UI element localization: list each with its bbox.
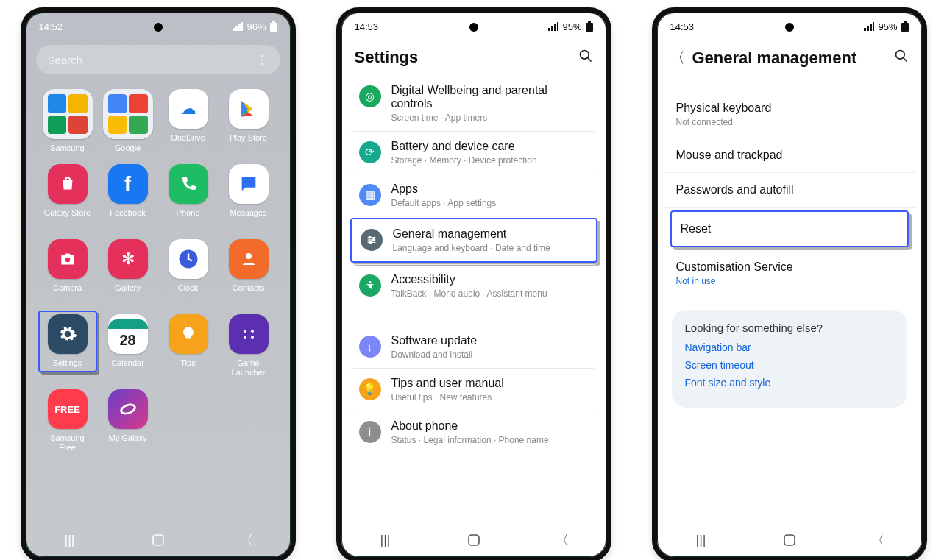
svg-point-4 [246, 253, 252, 259]
nav-recents[interactable]: ||| [377, 533, 394, 548]
app-gallery[interactable]: ✻ Gallery [102, 239, 154, 293]
search-icon[interactable] [578, 49, 593, 67]
svg-rect-22 [469, 535, 479, 545]
app-messages[interactable]: Messages [223, 164, 274, 218]
status-time: 14:53 [355, 21, 379, 32]
item-accessibility[interactable]: Accessibility TalkBack · Mono audio · As… [350, 264, 597, 307]
update-icon: ↓ [359, 336, 381, 358]
item-reset[interactable]: Reset [670, 210, 909, 247]
back-icon[interactable]: 〈 [670, 48, 685, 68]
svg-point-5 [244, 330, 246, 333]
item-tips-manual[interactable]: 💡 Tips and user manual Useful tips · New… [350, 368, 597, 411]
phone-icon [169, 164, 208, 204]
item-about-phone[interactable]: i About phone Status · Legal information… [350, 411, 597, 453]
nav-back[interactable]: 〈 [869, 531, 887, 549]
svg-point-25 [895, 51, 904, 60]
svg-rect-11 [588, 21, 591, 23]
svg-rect-12 [586, 23, 593, 32]
settings-list[interactable]: ◎ Digital Wellbeing and parental control… [341, 76, 606, 523]
battery-icon [901, 21, 909, 32]
messages-icon [229, 164, 269, 204]
camera-icon [48, 239, 88, 279]
svg-point-2 [65, 258, 70, 263]
item-passwords-autofill[interactable]: Passwords and autofill [663, 173, 916, 208]
link-screen-timeout[interactable]: Screen timeout [685, 359, 894, 371]
search-bar[interactable]: Search ⋮ [36, 45, 280, 74]
nav-bar: ||| 〈 [657, 523, 922, 557]
nav-recents[interactable]: ||| [692, 533, 710, 548]
item-mouse-trackpad[interactable]: Mouse and trackpad [663, 138, 916, 173]
svg-point-8 [251, 336, 254, 339]
app-contacts[interactable]: Contacts [223, 239, 274, 293]
status-time: 14:53 [670, 21, 695, 32]
more-icon[interactable]: ⋮ [256, 53, 269, 67]
item-customisation-service[interactable]: Customisation Service Not in use [663, 250, 916, 297]
item-physical-keyboard[interactable]: Physical keyboard Not connected [663, 91, 916, 138]
nav-home[interactable] [149, 534, 167, 546]
app-clock[interactable]: Clock [163, 239, 214, 293]
svg-rect-27 [784, 535, 795, 545]
app-my-galaxy[interactable]: My Galaxy [102, 389, 154, 443]
folder-icon [103, 89, 153, 139]
search-placeholder: Search [48, 54, 83, 66]
app-calendar[interactable]: 28 Calendar [102, 314, 154, 368]
link-font-size[interactable]: Font size and style [685, 377, 894, 389]
onedrive-icon: ☁ [169, 89, 208, 129]
game-icon [229, 314, 269, 354]
item-battery-care[interactable]: ⟳ Battery and device care Storage · Memo… [350, 131, 597, 174]
app-game-launcher[interactable]: Game Launcher [223, 314, 274, 377]
item-software-update[interactable]: ↓ Software update Download and install [350, 326, 597, 368]
general-icon [361, 229, 383, 251]
nav-home[interactable] [781, 534, 798, 546]
item-apps[interactable]: ▦ Apps Default apps · App settings [350, 174, 597, 216]
item-digital-wellbeing[interactable]: ◎ Digital Wellbeing and parental control… [350, 76, 597, 131]
phone-general-management: 14:53 95% 〈 General management Physical … [652, 7, 927, 560]
phone-home-screen: 14:52 96% Search ⋮ Samsung Google [21, 7, 296, 560]
contacts-icon [229, 239, 269, 279]
app-camera[interactable]: Camera [42, 239, 93, 293]
gallery-icon: ✻ [108, 239, 148, 279]
nav-recents[interactable]: ||| [61, 533, 79, 548]
app-settings[interactable]: Settings [38, 311, 97, 372]
status-right: 95% [864, 21, 908, 32]
signal-icon [864, 22, 874, 31]
nav-home[interactable] [465, 534, 483, 546]
svg-point-13 [580, 50, 589, 59]
status-battery: 95% [562, 21, 581, 32]
search-icon[interactable] [894, 49, 909, 67]
app-samsung-free[interactable]: FREE Samsung Free [42, 389, 93, 452]
nav-bar: ||| 〈 [26, 523, 291, 557]
nav-back[interactable]: 〈 [553, 531, 571, 549]
status-right: 96% [233, 21, 277, 32]
svg-point-19 [372, 239, 375, 241]
general-list[interactable]: Physical keyboard Not connected Mouse an… [657, 77, 922, 523]
app-phone[interactable]: Phone [163, 164, 214, 218]
care-icon: ⟳ [359, 141, 381, 163]
status-battery: 96% [246, 21, 266, 32]
svg-point-6 [251, 330, 254, 333]
page-header: Settings [341, 40, 606, 76]
nav-back[interactable]: 〈 [238, 531, 255, 549]
link-nav-bar[interactable]: Navigation bar [685, 341, 894, 353]
app-facebook[interactable]: f Facebook [102, 164, 154, 218]
about-icon: i [359, 421, 381, 443]
tips-icon [169, 314, 208, 354]
svg-point-20 [369, 241, 372, 244]
status-right: 95% [548, 21, 592, 32]
app-google-folder[interactable]: Google [102, 89, 154, 153]
settings-icon [48, 314, 88, 354]
accessibility-icon [359, 274, 381, 297]
suggestion-heading: Looking for something else? [685, 322, 894, 334]
app-samsung-folder[interactable]: Samsung [42, 89, 93, 153]
store-icon [48, 164, 88, 204]
app-tips[interactable]: Tips [163, 314, 214, 368]
item-general-management[interactable]: General management Language and keyboard… [350, 218, 597, 263]
camera-hole [469, 23, 478, 32]
app-onedrive[interactable]: ☁ OneDrive [163, 89, 214, 143]
tips-icon: 💡 [359, 378, 381, 400]
app-play-store[interactable]: Play Store [223, 89, 274, 143]
app-galaxy-store[interactable]: Galaxy Store [42, 164, 93, 218]
svg-rect-0 [272, 21, 275, 23]
svg-point-7 [244, 336, 246, 339]
signal-icon [548, 22, 558, 31]
